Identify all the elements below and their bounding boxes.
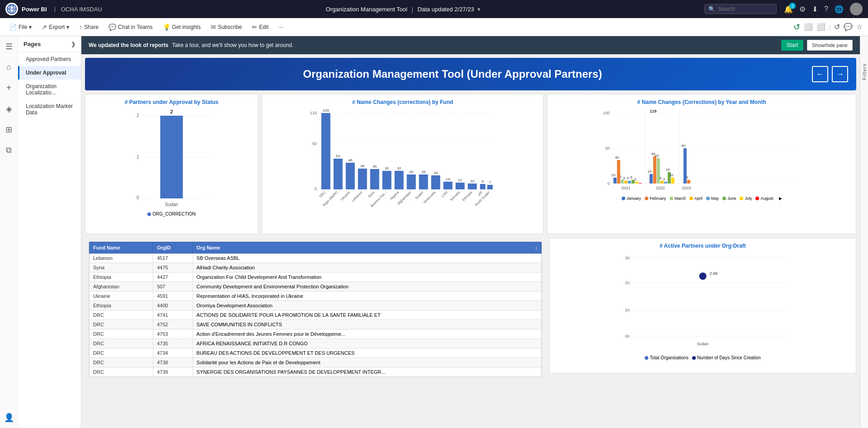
prev-page-button[interactable]: ← bbox=[812, 66, 828, 82]
bookmark-icon[interactable]: ◈ bbox=[4, 102, 14, 116]
charts-row: # Partners under Approval by Status 2 1 … bbox=[85, 94, 856, 234]
bar-afghanistan[interactable] bbox=[407, 174, 416, 189]
cell-orgid: 4738 bbox=[153, 358, 193, 367]
teams-icon: 💬 bbox=[108, 24, 116, 31]
start-tour-button[interactable]: Start bbox=[781, 40, 803, 51]
globe-button[interactable]: 🌐 bbox=[835, 5, 844, 14]
download-button[interactable]: ⬇ bbox=[812, 5, 818, 14]
more-button[interactable]: ··· bbox=[275, 22, 287, 32]
view-icon[interactable]: ⬜ bbox=[804, 23, 813, 31]
bar-syria[interactable] bbox=[370, 169, 379, 189]
bar-lebanon[interactable] bbox=[358, 169, 367, 189]
svg-text:50: 50 bbox=[605, 146, 610, 151]
show-hide-pane-button[interactable]: Show/hide pane bbox=[807, 40, 853, 51]
refresh-icon[interactable]: ↺ bbox=[793, 22, 800, 32]
bar-nigeria[interactable] bbox=[395, 171, 404, 189]
svg-text:0: 0 bbox=[608, 181, 610, 186]
filter-label: Filters bbox=[862, 63, 867, 80]
chat-in-teams-button[interactable]: 💬 Chat in Teams bbox=[105, 22, 156, 33]
next-page-button[interactable]: → bbox=[832, 66, 848, 82]
bottom-row: Fund Name OrgID Org Name ↕ Lebanon 4517 … bbox=[85, 238, 856, 381]
help-icon: ? bbox=[824, 5, 828, 13]
share-button[interactable]: ↑ Share bbox=[75, 22, 102, 33]
svg-text:60: 60 bbox=[682, 144, 686, 148]
data-table-container: Fund Name OrgID Org Name ↕ Lebanon 4517 … bbox=[85, 238, 546, 381]
comment-icon[interactable]: 💬 bbox=[844, 23, 853, 31]
bar-niger[interactable] bbox=[334, 159, 343, 189]
svg-text:Lebanon: Lebanon bbox=[351, 190, 363, 202]
nav-arrows: ← → bbox=[812, 66, 848, 82]
bar-sudan[interactable] bbox=[160, 116, 183, 198]
search-box[interactable]: 🔍 bbox=[704, 4, 777, 14]
page-localization-marker[interactable]: Localization Marker Data bbox=[18, 99, 81, 119]
svg-text:133: 133 bbox=[323, 108, 329, 113]
cell-orgname: Community Development and Environmental … bbox=[193, 282, 541, 292]
grid-icon[interactable]: ⊞ bbox=[4, 123, 14, 136]
star-icon[interactable]: ☆ bbox=[856, 23, 863, 31]
layers-icon[interactable]: ⧉ bbox=[4, 144, 14, 157]
chart1-svg: 2 1 0 2 Sudan bbox=[90, 109, 253, 208]
sidebar-wrapper: ☰ ⌂ + ◈ ⊞ ⧉ 👤 Pages ❯ Approved Partners … bbox=[0, 36, 81, 428]
bar-car[interactable] bbox=[443, 182, 453, 189]
bar-venezuela[interactable] bbox=[431, 175, 440, 189]
bar-sudan2[interactable] bbox=[419, 174, 428, 189]
bar-ukraine[interactable] bbox=[346, 163, 355, 189]
svg-text:24: 24 bbox=[434, 171, 438, 175]
cell-orgname: SB Overseas ASBL bbox=[193, 254, 541, 263]
edit-button[interactable]: ✏ Edit bbox=[248, 22, 272, 33]
cell-fund: DRC bbox=[90, 329, 153, 339]
legend-next-icon[interactable]: ▶ bbox=[779, 196, 782, 201]
help-button[interactable]: ? bbox=[824, 5, 828, 13]
settings-button[interactable]: ⚙ bbox=[799, 5, 806, 14]
svg-rect-75 bbox=[664, 182, 667, 183]
app-logo bbox=[5, 3, 18, 15]
svg-text:5: 5 bbox=[623, 176, 626, 180]
undo-icon[interactable]: ↺ bbox=[834, 23, 840, 31]
svg-text:2023: 2023 bbox=[682, 186, 691, 190]
export-icon: ↗ bbox=[42, 24, 47, 31]
cell-orgname: Solidarité pour les Actions de Paix et d… bbox=[193, 358, 541, 367]
notifications-button[interactable]: 🔔 1 bbox=[784, 5, 793, 14]
page-under-approval[interactable]: Under Approval bbox=[18, 66, 81, 80]
table-row: DRC 4741 ACTIONS DE SOLIDARITE POUR LA P… bbox=[90, 310, 542, 320]
chart1-title: # Partners under Approval by Status bbox=[90, 99, 253, 105]
export-button[interactable]: ↗ Export ▾ bbox=[38, 22, 73, 33]
page-org-localization[interactable]: Organization Localizatio... bbox=[18, 80, 81, 99]
insights-icon: 💡 bbox=[163, 24, 170, 31]
bar-ethiopia2[interactable] bbox=[468, 183, 477, 189]
bar-opt[interactable] bbox=[480, 184, 486, 189]
table-row: DRC 4739 SYNERGIE DES ORGANISATIONS PAYS… bbox=[90, 367, 542, 377]
dropdown-arrow-icon[interactable]: ▾ bbox=[477, 6, 481, 13]
bar-somalia[interactable] bbox=[456, 183, 465, 189]
table-row: Ukraine 4591 Representation of HIAS, Inc… bbox=[90, 292, 542, 301]
subscribe-button[interactable]: ✉ Subscribe bbox=[207, 22, 245, 33]
bar-drc[interactable] bbox=[321, 113, 330, 189]
svg-text:19: 19 bbox=[666, 168, 670, 172]
svg-text:40: 40 bbox=[615, 155, 619, 160]
bar-burkina[interactable] bbox=[382, 171, 392, 189]
file-button[interactable]: 📄 File ▾ bbox=[5, 22, 35, 33]
chart2-area: 133 50 0 133 53 bbox=[267, 109, 538, 226]
search-input[interactable] bbox=[718, 6, 768, 12]
table-row: Lebanon 4517 SB Overseas ASBL bbox=[90, 254, 542, 263]
svg-text:2021: 2021 bbox=[622, 186, 631, 190]
hamburger-icon[interactable]: ☰ bbox=[4, 40, 14, 53]
user-avatar[interactable] bbox=[850, 3, 863, 15]
svg-text:1: 1 bbox=[137, 155, 139, 160]
scatter-point-sudan[interactable] bbox=[699, 273, 706, 280]
home-icon[interactable]: ⌂ bbox=[5, 61, 13, 74]
globe-icon: 🌐 bbox=[835, 5, 844, 13]
chart2-title: # Name Changes (corrections) by Fund bbox=[267, 99, 538, 105]
person-icon[interactable]: 👤 bbox=[2, 411, 16, 424]
cell-fund: DRC bbox=[90, 348, 153, 358]
collapse-panel-button[interactable]: ❯ bbox=[71, 41, 75, 47]
bar-south-sudan[interactable] bbox=[487, 185, 493, 189]
page-approved-partners[interactable]: Approved Partners bbox=[18, 52, 81, 66]
table-row: DRC 4734 BUREAU DES ACTIONS DE DEVELOPPE… bbox=[90, 348, 542, 358]
fullscreen-icon[interactable]: ⬜ bbox=[816, 23, 826, 31]
table-row: Afghanistan 507 Community Development an… bbox=[90, 282, 542, 292]
table-row: DRC 4735 AFRICA RENAISSANCE INITIATIVE D… bbox=[90, 339, 542, 348]
add-icon[interactable]: + bbox=[5, 81, 14, 95]
get-insights-button[interactable]: 💡 Get insights bbox=[159, 22, 204, 33]
cell-orgname: AFRICA RENAISSANCE INITIATIVE D.R CONGO bbox=[193, 339, 541, 348]
